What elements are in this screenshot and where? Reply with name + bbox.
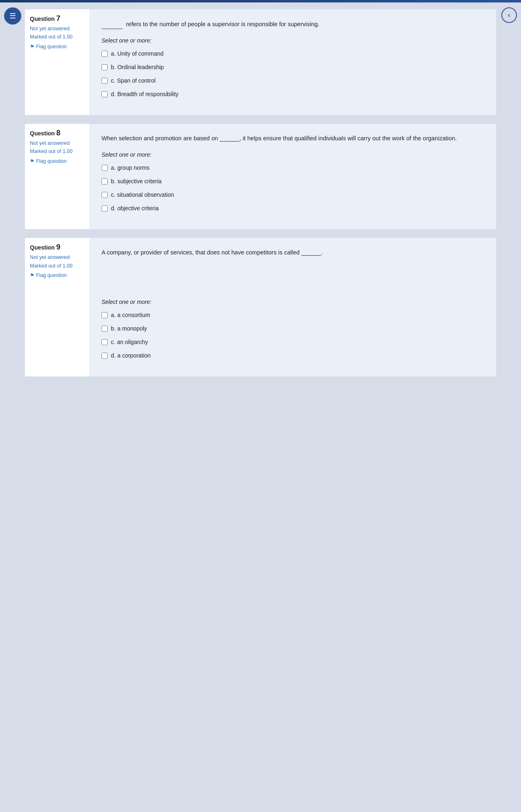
- question-text-8: When selection and promotion are based o…: [101, 134, 485, 143]
- checkbox-9-b[interactable]: [101, 326, 108, 332]
- options-area-7: a. Unity of command b. Ordinal leadershi…: [101, 49, 485, 99]
- option-8-c: c. situational observation: [101, 191, 485, 199]
- option-9-a: a. a consortium: [101, 311, 485, 319]
- collapse-button[interactable]: ‹: [501, 7, 517, 23]
- spacer-9: [101, 266, 485, 299]
- question-text-7: refers to the number of people a supervi…: [101, 19, 485, 29]
- question-status-7: Not yet answered: [30, 25, 85, 32]
- question-status-8: Not yet answered: [30, 140, 85, 146]
- select-label-9: Select one or more:: [101, 299, 485, 305]
- option-8-b: b. subjective criteria: [101, 177, 485, 186]
- question-content-8: When selection and promotion are based o…: [90, 124, 496, 229]
- checkbox-7-a[interactable]: [101, 51, 108, 57]
- checkbox-9-d[interactable]: [101, 353, 108, 359]
- option-7-d: d. Breadth of responsibility: [101, 90, 485, 99]
- question-status-9: Not yet answered: [30, 254, 85, 261]
- checkbox-8-a[interactable]: [101, 165, 108, 171]
- select-label-8: Select one or more:: [101, 151, 485, 158]
- options-area-8: a. group norms b. subjective criteria c.…: [101, 164, 485, 213]
- question-title-7: Question 7: [30, 14, 85, 23]
- top-navigation-bar: [0, 0, 521, 2]
- question-marked-9: Marked out of 1.00: [30, 263, 85, 269]
- checkbox-7-d[interactable]: [101, 91, 108, 97]
- question-sidebar-9: Question 9 Not yet answered Marked out o…: [25, 238, 90, 376]
- flag-icon-7: ⚑: [30, 44, 34, 49]
- question-title-9: Question 9: [30, 243, 85, 252]
- option-9-b: b. a monopoly: [101, 324, 485, 333]
- select-label-7: Select one or more:: [101, 37, 485, 44]
- question-marked-7: Marked out of 1.00: [30, 34, 85, 40]
- blank-7: [101, 19, 123, 29]
- flag-question-8[interactable]: ⚑ Flag question: [30, 158, 85, 164]
- option-7-b: b. Ordinal leadership: [101, 63, 485, 72]
- flag-icon-8: ⚑: [30, 158, 34, 164]
- checkbox-8-d[interactable]: [101, 205, 108, 211]
- option-7-a: a. Unity of command: [101, 49, 485, 58]
- option-9-c: c. an oligarchy: [101, 338, 485, 346]
- question-sidebar-8: Question 8 Not yet answered Marked out o…: [25, 124, 90, 229]
- question-content-7: refers to the number of people a supervi…: [90, 9, 496, 115]
- option-8-d: d. objective criteria: [101, 204, 485, 213]
- question-text-9: A company, or provider of services, that…: [101, 248, 485, 257]
- flag-question-7[interactable]: ⚑ Flag question: [30, 44, 85, 49]
- option-7-c: c. Span of control: [101, 76, 485, 85]
- option-8-a: a. group norms: [101, 164, 485, 172]
- chevron-left-icon: ‹: [508, 11, 510, 19]
- question-block-8: Question 8 Not yet answered Marked out o…: [25, 124, 496, 229]
- options-area-9: a. a consortium b. a monopoly c. an olig…: [101, 311, 485, 360]
- option-9-d: d. a corporation: [101, 351, 485, 360]
- sidebar-toggle-button[interactable]: ☰: [4, 7, 21, 25]
- page-wrapper: Question 7 Not yet answered Marked out o…: [0, 0, 521, 397]
- flag-question-9[interactable]: ⚑ Flag question: [30, 272, 85, 278]
- question-content-9: A company, or provider of services, that…: [90, 238, 496, 376]
- hamburger-icon: ☰: [9, 12, 16, 20]
- flag-icon-9: ⚑: [30, 272, 34, 278]
- question-sidebar-7: Question 7 Not yet answered Marked out o…: [25, 9, 90, 115]
- checkbox-8-b[interactable]: [101, 178, 108, 184]
- question-marked-8: Marked out of 1.00: [30, 148, 85, 155]
- checkbox-9-c[interactable]: [101, 339, 108, 345]
- checkbox-8-c[interactable]: [101, 192, 108, 198]
- checkbox-7-b[interactable]: [101, 64, 108, 70]
- question-block-9: Question 9 Not yet answered Marked out o…: [25, 238, 496, 376]
- question-title-8: Question 8: [30, 129, 85, 137]
- checkbox-9-a[interactable]: [101, 312, 108, 318]
- question-block-7: Question 7 Not yet answered Marked out o…: [25, 9, 496, 115]
- checkbox-7-c[interactable]: [101, 78, 108, 84]
